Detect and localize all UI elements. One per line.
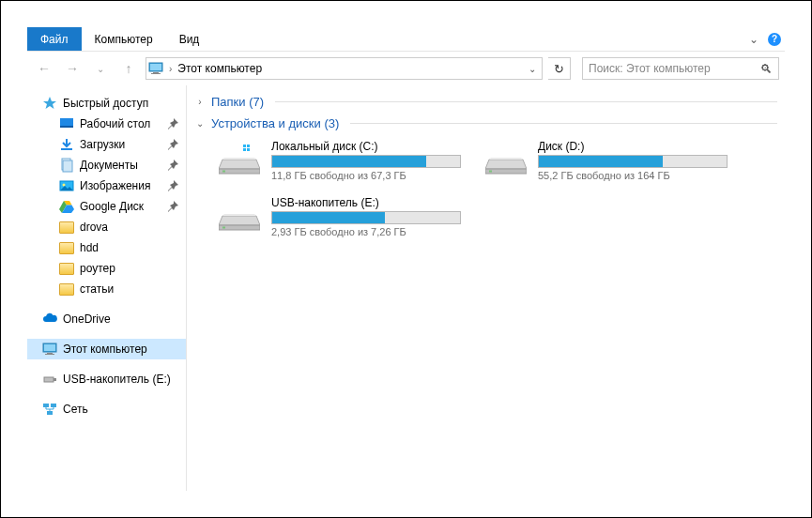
- sidebar-label: USB-накопитель (E:): [63, 373, 171, 386]
- svg-rect-30: [243, 148, 246, 151]
- this-pc-icon: [42, 342, 57, 357]
- drive-name: Диск (D:): [538, 140, 728, 153]
- sidebar-network[interactable]: Сеть: [27, 399, 186, 419]
- svg-rect-35: [222, 227, 225, 229]
- sidebar-item-drova[interactable]: drova: [27, 217, 186, 237]
- pin-icon: [165, 116, 180, 131]
- folder-icon: [59, 240, 74, 255]
- drive-capacity-bar: [538, 155, 728, 168]
- pin-icon: [165, 158, 180, 173]
- help-button[interactable]: ?: [764, 27, 785, 51]
- svg-rect-2: [153, 72, 159, 73]
- drive-item[interactable]: USB-накопитель (E:)2,93 ГБ свободно из 7…: [217, 196, 461, 237]
- nav-recent-button[interactable]: ⌄: [89, 57, 112, 80]
- chevron-right-icon: ›: [194, 97, 206, 107]
- drive-info: 55,2 ГБ свободно из 164 ГБ: [538, 170, 728, 181]
- address-text: Этот компьютер: [177, 62, 262, 75]
- group-title: Устройства и диски (3): [211, 116, 339, 130]
- downloads-icon: [59, 137, 74, 152]
- sidebar-item-router[interactable]: роутер: [27, 258, 186, 279]
- group-devices[interactable]: ⌄ Устройства и диски (3): [194, 113, 777, 134]
- pin-icon: [165, 178, 180, 193]
- svg-rect-23: [51, 404, 56, 407]
- search-box[interactable]: Поиск: Этот компьютер 🔍︎: [582, 57, 779, 80]
- drive-item[interactable]: Локальный диск (C:)11,8 ГБ свободно из 6…: [217, 140, 461, 181]
- desktop-icon: [59, 116, 74, 131]
- folder-icon: [59, 261, 74, 276]
- drive-item[interactable]: Диск (D:)55,2 ГБ свободно из 164 ГБ: [483, 140, 728, 181]
- svg-rect-28: [243, 145, 246, 147]
- sidebar-quick-access[interactable]: Быстрый доступ: [27, 93, 186, 114]
- sidebar-item-hdd[interactable]: hdd: [27, 237, 186, 258]
- sidebar-label: OneDrive: [63, 312, 111, 326]
- sidebar-label: Изображения: [80, 179, 150, 192]
- drive-body: USB-накопитель (E:)2,93 ГБ свободно из 7…: [271, 196, 461, 237]
- search-placeholder: Поиск: Этот компьютер: [589, 62, 711, 75]
- nav-up-button[interactable]: ↑: [117, 57, 140, 80]
- sidebar-label: drova: [80, 221, 108, 234]
- pin-icon: [165, 199, 180, 214]
- explorer-window: Файл Компьютер Вид ⌄ ? ← → ⌄ ↑ › Этот ко…: [0, 0, 812, 518]
- this-pc-icon: [148, 61, 163, 76]
- svg-rect-20: [44, 377, 54, 382]
- sidebar-item-articles[interactable]: статьи: [27, 279, 186, 299]
- sidebar-label: Документы: [80, 159, 138, 172]
- svg-rect-3: [151, 73, 161, 74]
- svg-rect-24: [47, 411, 53, 415]
- divider: [275, 101, 777, 102]
- nav-bar: ← → ⌄ ↑ › Этот компьютер ⌄ ↻ Поиск: Этот…: [27, 52, 785, 85]
- sidebar-label: hdd: [80, 241, 99, 254]
- body: Быстрый доступ Рабочий стол Загрузки Док…: [27, 85, 785, 491]
- menu-file[interactable]: Файл: [27, 27, 82, 51]
- drive-icon: [483, 140, 529, 177]
- network-icon: [42, 402, 57, 417]
- divider: [350, 123, 777, 124]
- sidebar-label: Рабочий стол: [80, 117, 150, 130]
- svg-rect-17: [44, 344, 55, 351]
- drive-icon: [217, 196, 262, 234]
- menu-bar: Файл Компьютер Вид ⌄ ?: [27, 27, 785, 52]
- sidebar-label: Google Диск: [80, 200, 144, 213]
- folder-icon: [59, 220, 74, 235]
- drives-list: Локальный диск (C:)11,8 ГБ свободно из 6…: [194, 134, 777, 243]
- usb-drive-icon: [42, 372, 57, 387]
- sidebar-item-documents[interactable]: Документы: [27, 155, 186, 175]
- nav-back-button[interactable]: ←: [33, 57, 55, 80]
- sidebar-item-pictures[interactable]: Изображения: [27, 175, 186, 196]
- address-bar[interactable]: › Этот компьютер ⌄: [146, 57, 543, 80]
- content-pane: › Папки (7) ⌄ Устройства и диски (3) Лок…: [187, 85, 785, 491]
- onedrive-icon: [42, 312, 57, 327]
- address-dropdown-button[interactable]: ⌄: [525, 64, 540, 74]
- group-title: Папки (7): [211, 95, 264, 109]
- svg-rect-9: [63, 160, 72, 172]
- sidebar-this-pc[interactable]: Этот компьютер: [27, 339, 186, 359]
- drive-info: 11,8 ГБ свободно из 67,3 ГБ: [271, 170, 461, 181]
- drive-capacity-bar: [271, 155, 461, 168]
- sidebar-item-googledrive[interactable]: Google Диск: [27, 196, 186, 217]
- sidebar-item-desktop[interactable]: Рабочий стол: [27, 114, 186, 134]
- svg-rect-22: [43, 404, 49, 407]
- documents-icon: [59, 158, 74, 173]
- sidebar-label: роутер: [80, 262, 115, 275]
- googledrive-icon: [59, 199, 74, 214]
- svg-rect-26: [222, 171, 225, 173]
- drive-capacity-bar: [271, 211, 461, 224]
- menu-computer[interactable]: Компьютер: [82, 27, 166, 51]
- sidebar-onedrive[interactable]: OneDrive: [27, 309, 186, 329]
- sidebar-usb[interactable]: USB-накопитель (E:): [27, 369, 186, 389]
- pictures-icon: [59, 178, 74, 193]
- sidebar-label: Этот компьютер: [63, 343, 147, 356]
- nav-forward-button[interactable]: →: [61, 57, 84, 80]
- refresh-icon: ↻: [554, 62, 564, 76]
- svg-rect-18: [47, 353, 53, 354]
- pin-icon: [165, 137, 180, 152]
- chevron-right-icon: ›: [167, 64, 174, 74]
- sidebar-item-downloads[interactable]: Загрузки: [27, 134, 186, 155]
- menu-view[interactable]: Вид: [166, 27, 213, 51]
- svg-rect-1: [150, 64, 161, 70]
- drive-body: Локальный диск (C:)11,8 ГБ свободно из 6…: [271, 140, 461, 181]
- search-icon: 🔍︎: [760, 62, 773, 76]
- refresh-button[interactable]: ↻: [548, 57, 571, 80]
- ribbon-expand-button[interactable]: ⌄: [743, 27, 764, 51]
- group-folders[interactable]: › Папки (7): [194, 91, 777, 113]
